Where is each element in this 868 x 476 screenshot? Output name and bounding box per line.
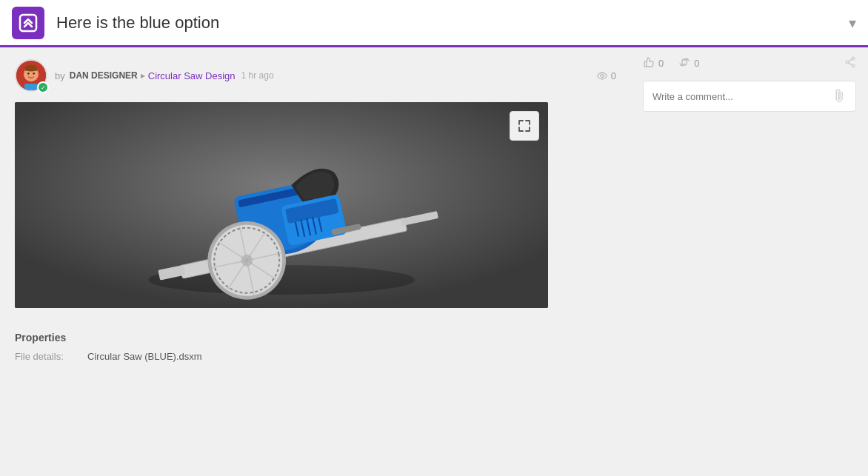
eye-icon xyxy=(596,70,608,82)
page-title: Here is the blue option xyxy=(56,13,849,33)
post-header: ✓ by Dan DESIGNER ▸ Circular Saw Design … xyxy=(15,59,616,92)
post-stats: 0 xyxy=(596,70,616,82)
like-count: 0 xyxy=(658,58,664,69)
comment-box xyxy=(643,81,856,112)
properties-section: Properties File details: Circular Saw (B… xyxy=(15,326,616,368)
post-meta: by Dan DESIGNER ▸ Circular Saw Design 1 … xyxy=(55,70,274,81)
svg-point-6 xyxy=(33,73,35,75)
share-button[interactable] xyxy=(844,56,856,70)
expand-button[interactable] xyxy=(510,111,539,141)
properties-title: Properties xyxy=(15,332,616,343)
svg-point-36 xyxy=(846,61,849,64)
chevron-down-icon[interactable]: ▾ xyxy=(849,14,856,32)
svg-point-5 xyxy=(27,73,30,75)
top-bar: Here is the blue option ▾ xyxy=(0,0,868,47)
repost-icon xyxy=(678,56,690,70)
like-button[interactable]: 0 xyxy=(643,56,664,70)
main-content: ✓ by Dan DESIGNER ▸ Circular Saw Design … xyxy=(0,47,868,380)
svg-point-8 xyxy=(601,74,604,77)
svg-rect-4 xyxy=(25,67,37,71)
avatar-wrap: ✓ xyxy=(15,59,47,92)
file-details-row: File details: Circular Saw (BLUE).dsxm xyxy=(15,351,616,362)
svg-rect-7 xyxy=(24,84,38,90)
right-panel: 0 0 xyxy=(631,47,868,380)
file-details-label: File details: xyxy=(15,351,81,362)
left-panel: ✓ by Dan DESIGNER ▸ Circular Saw Design … xyxy=(0,47,631,380)
svg-point-35 xyxy=(852,64,855,67)
by-label: by xyxy=(55,70,65,81)
comment-actions: 0 0 xyxy=(643,56,856,70)
app-logo[interactable] xyxy=(12,7,44,39)
comment-input[interactable] xyxy=(652,91,829,102)
views-stat: 0 xyxy=(596,70,616,82)
timestamp: 1 hr ago xyxy=(241,70,274,81)
svg-point-34 xyxy=(852,57,855,60)
thumbs-up-icon xyxy=(643,56,655,70)
file-details-value: Circular Saw (BLUE).dsxm xyxy=(87,351,202,362)
attachment-icon[interactable] xyxy=(831,87,849,105)
repost-button[interactable]: 0 xyxy=(678,56,699,70)
repost-count: 0 xyxy=(694,58,699,69)
image-container xyxy=(15,102,548,308)
author-name[interactable]: Dan DESIGNER xyxy=(70,70,138,81)
verified-badge: ✓ xyxy=(37,81,49,93)
project-link[interactable]: Circular Saw Design xyxy=(148,70,236,81)
views-count: 0 xyxy=(611,70,616,81)
breadcrumb-arrow: ▸ xyxy=(141,70,145,81)
